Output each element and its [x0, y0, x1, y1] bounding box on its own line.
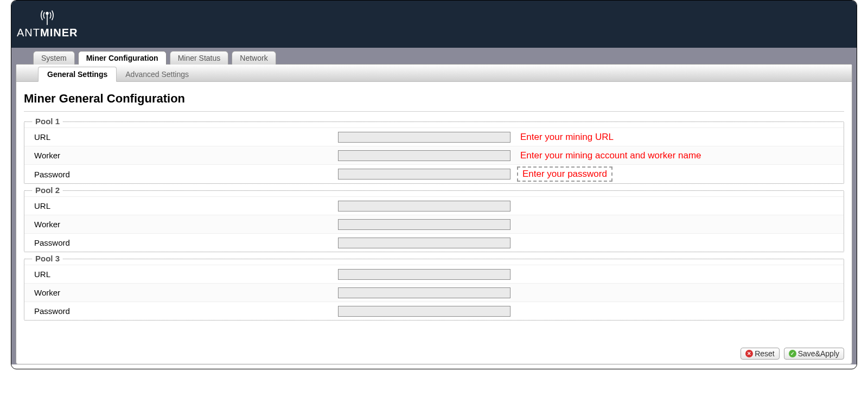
main-area: System Miner Configuration Miner Status …	[11, 48, 857, 364]
label-password: Password	[34, 170, 338, 179]
pool-2-worker-row: Worker	[24, 215, 844, 233]
pool-3-url-input-wrap	[338, 269, 510, 280]
save-apply-button[interactable]: ✓ Save&Apply	[784, 348, 844, 360]
header-bar: ANTMINER	[11, 1, 857, 48]
label-worker: Worker	[34, 151, 338, 160]
pool-2-password-input-wrap	[338, 238, 510, 248]
antenna-icon	[39, 9, 55, 25]
tab-general-settings[interactable]: General Settings	[38, 67, 117, 82]
pool-1-fieldset: Pool 1 URL Enter your mining URL Worker …	[24, 121, 844, 184]
pool-3-worker-row: Worker	[24, 283, 844, 302]
pool-1-password-input[interactable]	[338, 169, 510, 180]
divider	[24, 111, 844, 112]
pool-3-worker-input[interactable]	[338, 287, 510, 298]
label-password: Password	[34, 238, 338, 247]
sub-tabs: General Settings Advanced Settings	[16, 65, 852, 82]
pool-3-worker-input-wrap	[338, 287, 510, 298]
pool-1-worker-input[interactable]	[338, 150, 510, 161]
pool-3-url-input[interactable]	[338, 269, 510, 280]
footer-buttons: ✕ Reset ✓ Save&Apply	[16, 345, 852, 361]
pool-1-password-hint: Enter your password	[517, 166, 612, 182]
reset-button[interactable]: ✕ Reset	[741, 348, 780, 360]
brand-bold: MINER	[40, 27, 78, 39]
label-url: URL	[34, 132, 338, 142]
tab-miner-status[interactable]: Miner Status	[170, 51, 229, 65]
pool-2-fieldset: Pool 2 URL Worker Password	[24, 190, 844, 252]
label-password: Password	[34, 306, 338, 316]
pool-3-password-input-wrap	[338, 306, 510, 317]
pool-2-url-input-wrap	[338, 201, 510, 212]
brand-light: ANT	[17, 27, 40, 39]
pool-2-password-input[interactable]	[338, 238, 510, 248]
brand-text: ANTMINER	[17, 27, 78, 39]
pool-3-password-row: Password	[24, 302, 844, 320]
cancel-icon: ✕	[745, 350, 753, 357]
pool-1-url-row: URL Enter your mining URL	[24, 127, 844, 146]
tab-network[interactable]: Network	[232, 51, 276, 65]
pool-1-worker-row: Worker Enter your mining account and wor…	[24, 146, 844, 164]
label-worker: Worker	[34, 288, 338, 297]
label-url: URL	[34, 270, 338, 279]
label-worker: Worker	[34, 220, 338, 229]
brand-logo: ANTMINER	[17, 9, 78, 39]
pool-1-url-hint: Enter your mining URL	[520, 132, 614, 143]
page-title: Miner General Configuration	[24, 92, 852, 106]
pool-3-url-row: URL	[24, 265, 844, 283]
save-apply-label: Save&Apply	[798, 349, 839, 358]
pool-2-url-input[interactable]	[338, 201, 510, 212]
pool-2-password-row: Password	[24, 233, 844, 252]
pool-1-password-row: Password Enter your password	[24, 164, 844, 183]
reset-label: Reset	[755, 349, 775, 358]
pool-1-url-input[interactable]	[338, 132, 510, 143]
check-icon: ✓	[789, 350, 796, 357]
app-frame: ANTMINER System Miner Configuration Mine…	[11, 0, 857, 369]
svg-point-1	[46, 12, 48, 15]
content-panel: General Settings Advanced Settings Miner…	[16, 64, 852, 364]
spacer	[16, 327, 852, 345]
pool-1-password-input-wrap	[338, 169, 510, 180]
label-url: URL	[34, 201, 338, 210]
pool-2-url-row: URL	[24, 196, 844, 215]
pool-1-url-input-wrap	[338, 132, 510, 143]
tab-system[interactable]: System	[33, 51, 75, 65]
pool-1-worker-input-wrap	[338, 150, 510, 161]
tab-advanced-settings[interactable]: Advanced Settings	[117, 67, 197, 81]
top-tabs: System Miner Configuration Miner Status …	[11, 48, 857, 64]
pool-1-legend: Pool 1	[32, 117, 63, 126]
pool-3-password-input[interactable]	[338, 306, 510, 317]
pool-2-worker-input[interactable]	[338, 219, 510, 230]
pool-1-worker-hint: Enter your mining account and worker nam…	[520, 150, 701, 161]
tab-miner-configuration[interactable]: Miner Configuration	[78, 51, 167, 65]
pool-2-legend: Pool 2	[32, 185, 63, 195]
pool-2-worker-input-wrap	[338, 219, 510, 230]
pool-3-fieldset: Pool 3 URL Worker Password	[24, 259, 844, 321]
pool-3-legend: Pool 3	[32, 254, 63, 263]
